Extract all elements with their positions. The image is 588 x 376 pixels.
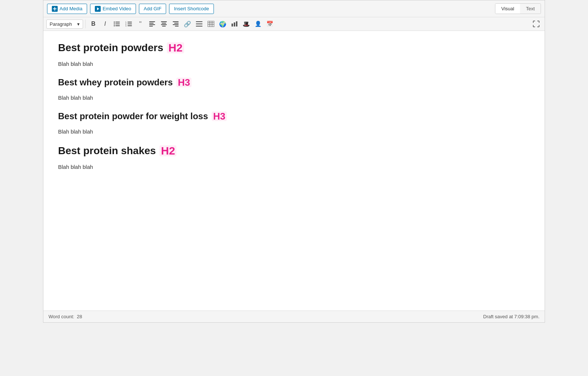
paragraph-1: Blah blah blah: [58, 60, 530, 68]
insert-shortcode-button[interactable]: Insert Shortcode: [169, 4, 214, 14]
heading-line-4: Best protein shakes H2: [58, 145, 530, 157]
blockquote-button[interactable]: ": [135, 19, 146, 29]
svg-point-3: [114, 22, 115, 23]
svg-rect-22: [162, 26, 166, 26]
add-gif-button[interactable]: Add GIF: [139, 4, 166, 14]
svg-rect-4: [115, 22, 120, 22]
svg-rect-21: [161, 24, 167, 25]
svg-rect-25: [173, 24, 179, 25]
bold-button[interactable]: B: [88, 19, 99, 29]
ol-button[interactable]: 1.2.3.: [123, 19, 134, 29]
plugin1-button[interactable]: 🌍: [217, 19, 228, 29]
svg-rect-37: [236, 21, 237, 26]
view-tabs-group: Visual Text: [495, 3, 541, 14]
svg-rect-30: [208, 21, 214, 27]
svg-rect-14: [128, 25, 132, 26]
svg-rect-36: [234, 22, 235, 26]
italic-button[interactable]: I: [100, 19, 111, 29]
add-media-icon: [52, 6, 58, 12]
svg-rect-20: [162, 23, 166, 24]
paragraph-2: Blah blah blah: [58, 93, 530, 102]
paragraph-3: Blah blah blah: [58, 127, 530, 136]
paragraph-4: Blah blah blah: [58, 163, 530, 171]
heading-text-3: Best protein powder for weight loss: [58, 111, 208, 121]
heading-text-1: Best protein powders: [58, 42, 163, 54]
calendar-button[interactable]: 📅: [264, 19, 275, 29]
svg-rect-6: [115, 24, 120, 24]
media-buttons-group: Add Media Embed Video Add GIF Insert Sho…: [47, 4, 214, 14]
svg-rect-35: [232, 24, 233, 26]
format-toolbar: Paragraph ▾ B I 1.2.3. " 🔗 🌍: [43, 17, 545, 31]
add-user-button[interactable]: 👤: [252, 19, 263, 29]
content-block-4: Best protein shakes H2 Blah blah blah: [58, 145, 530, 171]
link-button[interactable]: 🔗: [182, 19, 193, 29]
editor-content[interactable]: Best protein powders H2 Blah blah blah B…: [43, 31, 545, 311]
table-button[interactable]: [205, 19, 216, 29]
toolbar-divider: [85, 19, 86, 28]
content-block-2: Best whey protein powders H3 Blah blah b…: [58, 77, 530, 102]
svg-rect-23: [173, 21, 179, 22]
svg-rect-10: [128, 22, 132, 22]
heading-badge-h3-2: H3: [212, 111, 227, 121]
heading-badge-h2-1: H2: [167, 42, 184, 53]
paragraph-select[interactable]: Paragraph ▾: [46, 19, 83, 29]
svg-rect-19: [161, 21, 167, 22]
embed-video-icon: [95, 6, 101, 12]
svg-rect-15: [149, 21, 155, 22]
svg-rect-12: [128, 24, 132, 24]
text-tab[interactable]: Text: [520, 4, 541, 14]
svg-rect-17: [149, 24, 155, 25]
draft-status: Draft saved at 7:09:38 pm.: [483, 314, 539, 319]
add-media-button[interactable]: Add Media: [47, 4, 87, 14]
svg-rect-18: [149, 26, 153, 26]
svg-rect-26: [175, 26, 179, 26]
visual-tab[interactable]: Visual: [495, 4, 520, 14]
svg-rect-29: [196, 26, 202, 26]
status-bar: Word count: 28 Draft saved at 7:09:38 pm…: [43, 311, 545, 322]
heading-badge-h3-1: H3: [176, 78, 191, 87]
svg-rect-8: [115, 25, 120, 26]
ul-button[interactable]: [111, 19, 122, 29]
svg-point-7: [114, 25, 115, 26]
align-center-button[interactable]: [158, 19, 169, 29]
hr-button[interactable]: [194, 19, 205, 29]
svg-text:3.: 3.: [125, 25, 127, 27]
svg-rect-24: [174, 23, 179, 24]
svg-point-5: [114, 24, 115, 25]
svg-rect-27: [196, 21, 202, 22]
plugin2-button[interactable]: 🎩: [241, 19, 252, 29]
heading-line-2: Best whey protein powders H3: [58, 77, 530, 88]
heading-text-2: Best whey protein powders: [58, 77, 173, 88]
svg-rect-28: [196, 24, 202, 24]
align-left-button[interactable]: [147, 19, 158, 29]
heading-line-3: Best protein powder for weight loss H3: [58, 111, 530, 121]
content-block-3: Best protein powder for weight loss H3 B…: [58, 111, 530, 136]
word-count: Word count: 28: [49, 314, 82, 319]
content-block-1: Best protein powders H2 Blah blah blah: [58, 42, 530, 68]
heading-line-1: Best protein powders H2: [58, 42, 530, 54]
embed-video-button[interactable]: Embed Video: [90, 4, 136, 14]
svg-rect-16: [149, 23, 154, 24]
chart-button[interactable]: [229, 19, 240, 29]
top-toolbar: Add Media Embed Video Add GIF Insert Sho…: [43, 0, 545, 17]
chevron-down-icon: ▾: [77, 21, 80, 27]
align-right-button[interactable]: [170, 19, 181, 29]
heading-badge-h2-2: H2: [159, 145, 176, 156]
heading-text-4: Best protein shakes: [58, 145, 156, 157]
expand-button[interactable]: [531, 19, 542, 29]
